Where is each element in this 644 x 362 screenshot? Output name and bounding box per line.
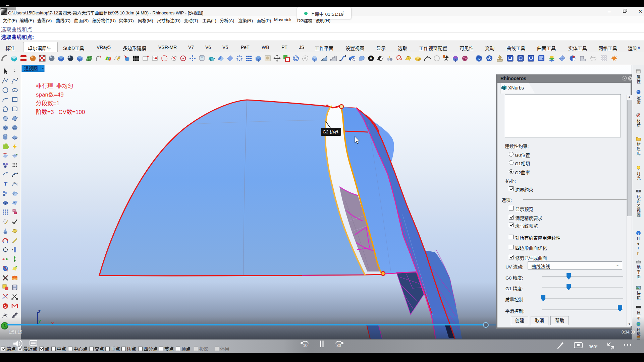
- svg-text:ID: ID: [478, 57, 481, 60]
- svg-text:分段数=1: 分段数=1: [36, 100, 59, 107]
- svg-text:T: T: [4, 181, 8, 187]
- svg-text:span数=49: span数=49: [36, 92, 64, 98]
- svg-text:G2 边界: G2 边界: [323, 129, 338, 134]
- svg-text:?: ?: [637, 232, 639, 235]
- svg-text:A: A: [370, 56, 372, 60]
- svg-text:?: ?: [99, 56, 101, 60]
- svg-text:S: S: [4, 304, 7, 309]
- svg-text:z: z: [38, 308, 41, 314]
- svg-text:透视图: 透视图: [24, 66, 38, 71]
- svg-text:阶数=3 CV数=100: 阶数=3 CV数=100: [36, 109, 85, 115]
- svg-text:非有理 非均匀: 非有理 非均匀: [36, 83, 73, 89]
